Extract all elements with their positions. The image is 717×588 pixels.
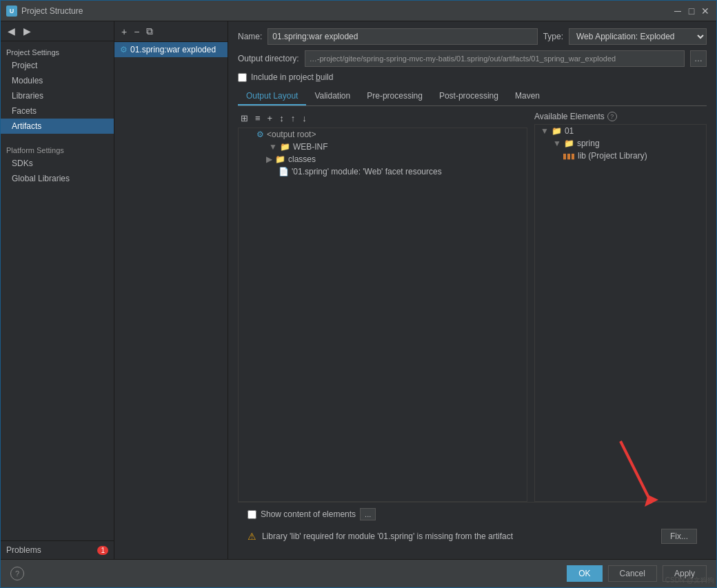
ok-button[interactable]: OK [567, 565, 602, 582]
artifact-toolbar: + − ⧉ [114, 21, 228, 42]
name-label: Name: [238, 32, 262, 41]
copy-artifact-button[interactable]: ⧉ [143, 24, 156, 39]
tree-item-classes[interactable]: ▶ 📁 classes [239, 153, 527, 165]
classes-expand-icon: ▶ [266, 154, 272, 164]
content-area: ◀ ▶ Project Settings Project Modules Lib… [1, 21, 716, 559]
tab-output-layout[interactable]: Output Layout [238, 88, 306, 105]
classes-folder-icon: 📁 [275, 154, 285, 164]
resources-label: '01.spring' module: 'Web' facet resource… [292, 167, 442, 176]
tree-item-webinf[interactable]: ▼ 📁 WEB-INF [239, 141, 527, 153]
avail-tree-item-01[interactable]: ▼ 📁 01 [535, 125, 706, 137]
webinf-folder-icon: 📁 [280, 142, 290, 152]
footer-left: ? [10, 567, 24, 580]
output-toolbar-up-btn[interactable]: ↑ [288, 112, 299, 125]
output-dir-label: Output directory: [238, 54, 299, 63]
avail-item-spring-label: spring [577, 139, 600, 148]
name-input[interactable] [267, 28, 537, 45]
sidebar-item-facets[interactable]: Facets [1, 103, 114, 119]
avail-folder-01-icon: 📁 [552, 126, 562, 136]
title-bar-left: U Project Structure [6, 6, 83, 17]
avail-tree-item-lib[interactable]: ▮▮▮ lib (Project Library) [535, 150, 706, 162]
platform-settings-label: Platform Settings [1, 142, 114, 156]
tab-maven[interactable]: Maven [507, 88, 548, 105]
output-root-icon: ⚙ [256, 130, 264, 139]
detail-panel: Name: Type: Web Application: Exploded Ou… [228, 21, 716, 559]
tabs: Output Layout Validation Pre-processing … [238, 88, 707, 106]
lib-icon: ▮▮▮ [563, 152, 575, 161]
name-row: Name: Type: Web Application: Exploded [238, 28, 707, 45]
fix-button[interactable]: Fix... [661, 529, 697, 544]
sidebar-item-global-libraries[interactable]: Global Libraries [1, 171, 114, 186]
tree-item-output-root[interactable]: ⚙ <output root> [239, 128, 527, 141]
problems-badge: 1 [97, 546, 108, 555]
output-toolbar-grid-btn[interactable]: ⊞ [238, 112, 251, 125]
dialog-footer: ? OK Cancel Apply [1, 559, 716, 587]
show-content-checkbox[interactable] [248, 510, 256, 519]
output-toolbar-add-btn[interactable]: + [265, 112, 276, 125]
artifact-item[interactable]: ⚙ 01.spring:war exploded [114, 42, 228, 57]
sidebar-item-libraries[interactable]: Libraries [1, 88, 114, 103]
sidebar-item-artifacts[interactable]: Artifacts [1, 119, 114, 134]
title-bar: U Project Structure ─ □ ✕ [1, 1, 716, 21]
include-build-checkbox[interactable] [238, 73, 247, 82]
tab-pre-processing[interactable]: Pre-processing [358, 88, 431, 105]
sidebar-item-modules[interactable]: Modules [1, 73, 114, 88]
artifact-list-panel: + − ⧉ ⚙ 01.spring:war exploded [114, 21, 228, 559]
type-select[interactable]: Web Application: Exploded [569, 28, 707, 45]
maximize-button[interactable]: □ [686, 6, 697, 17]
bottom-area: Show content of elements ... ⚠ Library '… [238, 502, 707, 552]
browse-button[interactable]: … [690, 50, 707, 67]
main-window: U Project Structure ─ □ ✕ ◀ ▶ Project Se… [0, 0, 717, 588]
output-toolbar-list-btn[interactable]: ≡ [252, 112, 263, 125]
close-button[interactable]: ✕ [700, 6, 711, 17]
problems-label: Problems [6, 545, 41, 555]
available-elements-help-icon[interactable]: ? [607, 112, 617, 121]
help-button[interactable]: ? [10, 567, 24, 580]
platform-settings-section: Platform Settings SDKs Global Libraries [1, 136, 114, 189]
include-build-row: Include in project build [238, 72, 707, 82]
project-settings-section: Project Settings Project Modules Librari… [1, 41, 114, 136]
output-toolbar-sort-btn[interactable]: ↕ [276, 112, 287, 125]
add-artifact-button[interactable]: + [119, 25, 130, 39]
output-toolbar-down-btn[interactable]: ↓ [299, 112, 310, 125]
show-content-row: Show content of elements ... [248, 508, 697, 520]
avail-folder-spring-icon: 📁 [564, 139, 574, 148]
tab-post-processing[interactable]: Post-processing [431, 88, 507, 105]
sidebar-item-project[interactable]: Project [1, 58, 114, 73]
show-content-extra-btn[interactable]: ... [360, 508, 376, 520]
available-elements-label: Available Elements [534, 112, 605, 121]
watermark: CSDN @文狗狗 [665, 576, 714, 585]
include-build-label: Include in project build [251, 72, 333, 82]
available-elements-label-row: Available Elements ? [534, 112, 707, 121]
output-dir-input[interactable] [305, 50, 685, 67]
classes-label: classes [288, 154, 316, 164]
warning-text: Library 'lib' required for module '01.sp… [262, 531, 656, 541]
sidebar-nav: ◀ ▶ [1, 21, 114, 41]
resource-icon: 📄 [279, 167, 289, 176]
warning-icon: ⚠ [248, 531, 256, 542]
avail-tree-item-spring[interactable]: ▼ 📁 spring [535, 137, 706, 150]
output-section: ⊞ ≡ + ↕ ↑ ↓ ⚙ <out [238, 112, 527, 502]
tab-validation[interactable]: Validation [306, 88, 358, 105]
output-toolbar: ⊞ ≡ + ↕ ↑ ↓ [238, 112, 527, 125]
window-title: Project Structure [21, 6, 83, 16]
forward-button[interactable]: ▶ [21, 24, 34, 38]
tree-item-resources[interactable]: 📄 '01.spring' module: 'Web' facet resour… [239, 165, 527, 178]
output-dir-row: Output directory: … [238, 50, 707, 67]
show-content-label: Show content of elements [261, 509, 356, 519]
back-button[interactable]: ◀ [5, 24, 18, 38]
window-controls: ─ □ ✕ [672, 6, 711, 17]
output-root-label: <output root> [267, 130, 316, 139]
sidebar-item-problems[interactable]: Problems 1 [1, 540, 114, 559]
sidebar-item-sdks[interactable]: SDKs [1, 156, 114, 171]
avail-expand-spring: ▼ [553, 139, 561, 148]
remove-artifact-button[interactable]: − [131, 25, 142, 39]
webinf-expand-icon: ▼ [269, 142, 277, 152]
cancel-button[interactable]: Cancel [608, 565, 657, 582]
output-tree: ⚙ <output root> ▼ 📁 WEB-INF [238, 128, 527, 502]
app-icon: U [6, 6, 17, 17]
project-settings-label: Project Settings [1, 44, 114, 58]
sidebar: ◀ ▶ Project Settings Project Modules Lib… [1, 21, 114, 559]
minimize-button[interactable]: ─ [672, 6, 683, 17]
available-elements-tree: ▼ 📁 01 ▼ 📁 spring [534, 124, 707, 502]
